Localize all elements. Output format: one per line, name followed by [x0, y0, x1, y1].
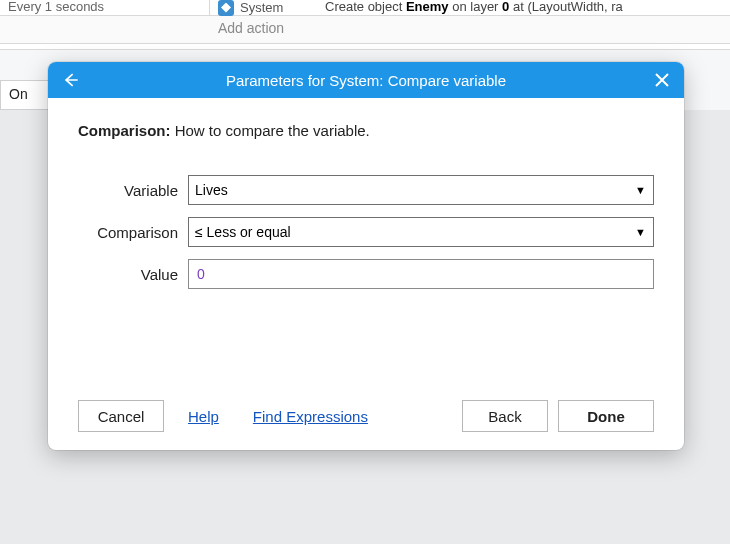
bg-action-mid: on layer — [452, 0, 502, 14]
system-icon — [218, 0, 234, 16]
bg-action-pre: Create object — [325, 0, 406, 14]
bg-system-label: System — [240, 1, 283, 15]
dialog-titlebar: Parameters for System: Compare variable — [48, 62, 684, 98]
close-icon — [655, 73, 669, 87]
bg-action-cell: Create object Enemy on layer 0 at (Layou… — [325, 0, 623, 15]
footer-links: Help Find Expressions — [188, 408, 368, 425]
cancel-button[interactable]: Cancel — [78, 400, 164, 432]
bg-action-layer: 0 — [502, 0, 509, 14]
value-input[interactable] — [188, 259, 654, 289]
description-text: How to compare the variable. — [171, 122, 370, 139]
label-variable: Variable — [78, 182, 188, 199]
bg-event-row: Every 1 seconds System Create object Ene… — [0, 0, 730, 16]
label-comparison: Comparison — [78, 224, 188, 241]
help-link[interactable]: Help — [188, 408, 219, 425]
bg-object-cell: System — [210, 0, 291, 15]
find-expressions-link[interactable]: Find Expressions — [253, 408, 368, 425]
description-label: Comparison: — [78, 122, 171, 139]
add-action-link[interactable]: Add action — [218, 20, 284, 36]
label-value: Value — [78, 266, 188, 283]
comparison-select[interactable]: ≤ Less or equal — [188, 217, 654, 247]
close-button[interactable] — [640, 62, 684, 98]
row-value: Value — [78, 259, 654, 289]
bg-condition-cell: Every 1 seconds — [0, 0, 210, 15]
back-button[interactable]: Back — [462, 400, 548, 432]
bg-add-action-row: Add action — [0, 16, 730, 44]
dialog-description: Comparison: How to compare the variable. — [78, 122, 654, 139]
back-arrow-button[interactable] — [48, 62, 94, 98]
row-comparison: Comparison ≤ Less or equal ▼ — [78, 217, 654, 247]
dialog-footer: Cancel Help Find Expressions Back Done — [48, 400, 684, 432]
variable-select[interactable]: Lives — [188, 175, 654, 205]
back-arrow-icon — [61, 70, 81, 90]
dialog-body: Comparison: How to compare the variable.… — [48, 98, 684, 289]
dialog-title: Parameters for System: Compare variable — [48, 72, 684, 89]
bg-divider — [0, 44, 730, 50]
bg-action-obj: Enemy — [406, 0, 449, 14]
done-button[interactable]: Done — [558, 400, 654, 432]
bg-action-post: at (LayoutWidth, ra — [513, 0, 623, 14]
row-variable: Variable Lives ▼ — [78, 175, 654, 205]
parameters-dialog: Parameters for System: Compare variable … — [48, 62, 684, 450]
